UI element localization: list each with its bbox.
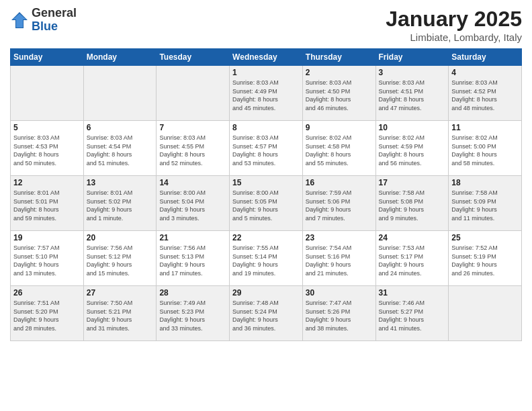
calendar-week-row: 26Sunrise: 7:51 AM Sunset: 5:20 PM Dayli… — [11, 286, 522, 341]
header-monday: Monday — [83, 49, 157, 66]
day-info: Sunrise: 8:01 AM Sunset: 5:02 PM Dayligh… — [87, 189, 154, 222]
table-row: 26Sunrise: 7:51 AM Sunset: 5:20 PM Dayli… — [11, 286, 84, 341]
day-info: Sunrise: 8:03 AM Sunset: 4:49 PM Dayligh… — [232, 79, 300, 112]
table-row: 29Sunrise: 7:48 AM Sunset: 5:24 PM Dayli… — [230, 286, 303, 341]
day-number: 21 — [159, 233, 226, 242]
day-info: Sunrise: 7:46 AM Sunset: 5:27 PM Dayligh… — [379, 299, 446, 332]
table-row — [83, 66, 157, 121]
day-number: 17 — [379, 178, 446, 187]
header: General Blue January 2025 Limbiate, Lomb… — [10, 7, 522, 43]
day-number: 6 — [87, 123, 154, 132]
day-info: Sunrise: 8:02 AM Sunset: 5:00 PM Dayligh… — [451, 134, 519, 167]
table-row: 3Sunrise: 8:03 AM Sunset: 4:51 PM Daylig… — [375, 66, 449, 121]
day-info: Sunrise: 7:55 AM Sunset: 5:14 PM Dayligh… — [232, 244, 300, 277]
day-number: 7 — [159, 123, 226, 132]
day-number: 3 — [379, 68, 446, 77]
day-number: 14 — [159, 178, 226, 187]
table-row: 24Sunrise: 7:53 AM Sunset: 5:17 PM Dayli… — [375, 231, 449, 286]
day-info: Sunrise: 8:00 AM Sunset: 5:04 PM Dayligh… — [159, 189, 226, 222]
calendar-week-row: 12Sunrise: 8:01 AM Sunset: 5:01 PM Dayli… — [11, 176, 522, 231]
day-number: 12 — [13, 178, 81, 187]
table-row: 2Sunrise: 8:03 AM Sunset: 4:50 PM Daylig… — [302, 66, 375, 121]
day-info: Sunrise: 7:58 AM Sunset: 5:08 PM Dayligh… — [379, 189, 446, 222]
day-number: 13 — [87, 178, 154, 187]
table-row: 28Sunrise: 7:49 AM Sunset: 5:23 PM Dayli… — [157, 286, 230, 341]
day-number: 19 — [13, 233, 81, 242]
table-row: 11Sunrise: 8:02 AM Sunset: 5:00 PM Dayli… — [449, 121, 522, 176]
logo-text: General Blue — [32, 7, 77, 34]
header-wednesday: Wednesday — [230, 49, 303, 66]
day-number: 29 — [232, 288, 300, 298]
table-row: 18Sunrise: 7:58 AM Sunset: 5:09 PM Dayli… — [449, 176, 522, 231]
day-info: Sunrise: 8:00 AM Sunset: 5:05 PM Dayligh… — [232, 189, 300, 222]
table-row — [11, 66, 84, 121]
day-info: Sunrise: 7:57 AM Sunset: 5:10 PM Dayligh… — [13, 244, 81, 277]
table-row: 14Sunrise: 8:00 AM Sunset: 5:04 PM Dayli… — [157, 176, 230, 231]
day-info: Sunrise: 8:03 AM Sunset: 4:55 PM Dayligh… — [159, 134, 226, 167]
day-info: Sunrise: 7:58 AM Sunset: 5:09 PM Dayligh… — [451, 189, 519, 222]
table-row: 19Sunrise: 7:57 AM Sunset: 5:10 PM Dayli… — [11, 231, 84, 286]
table-row: 4Sunrise: 8:03 AM Sunset: 4:52 PM Daylig… — [449, 66, 522, 121]
logo-general: General — [32, 7, 77, 20]
header-saturday: Saturday — [449, 49, 522, 66]
day-info: Sunrise: 7:51 AM Sunset: 5:20 PM Dayligh… — [13, 299, 81, 332]
table-row: 13Sunrise: 8:01 AM Sunset: 5:02 PM Dayli… — [83, 176, 157, 231]
day-number: 25 — [451, 233, 519, 242]
title-block: January 2025 Limbiate, Lombardy, Italy — [386, 7, 522, 43]
day-number: 23 — [306, 233, 373, 242]
day-number: 8 — [232, 123, 300, 132]
table-row: 16Sunrise: 7:59 AM Sunset: 5:06 PM Dayli… — [302, 176, 375, 231]
day-number: 1 — [232, 68, 300, 77]
day-number: 22 — [232, 233, 300, 242]
table-row: 6Sunrise: 8:03 AM Sunset: 4:54 PM Daylig… — [83, 121, 157, 176]
table-row: 25Sunrise: 7:52 AM Sunset: 5:19 PM Dayli… — [449, 231, 522, 286]
month-title: January 2025 — [386, 7, 522, 32]
header-sunday: Sunday — [11, 49, 84, 66]
day-info: Sunrise: 7:59 AM Sunset: 5:06 PM Dayligh… — [306, 189, 373, 222]
day-number: 11 — [451, 123, 519, 132]
calendar-week-row: 5Sunrise: 8:03 AM Sunset: 4:53 PM Daylig… — [11, 121, 522, 176]
day-info: Sunrise: 8:03 AM Sunset: 4:54 PM Dayligh… — [87, 134, 154, 167]
day-info: Sunrise: 8:03 AM Sunset: 4:51 PM Dayligh… — [379, 79, 446, 112]
header-tuesday: Tuesday — [157, 49, 230, 66]
page: General Blue January 2025 Limbiate, Lomb… — [0, 0, 532, 411]
table-row: 21Sunrise: 7:56 AM Sunset: 5:13 PM Dayli… — [157, 231, 230, 286]
table-row: 7Sunrise: 8:03 AM Sunset: 4:55 PM Daylig… — [157, 121, 230, 176]
day-number: 16 — [306, 178, 373, 187]
day-info: Sunrise: 7:56 AM Sunset: 5:13 PM Dayligh… — [159, 244, 226, 277]
day-info: Sunrise: 8:03 AM Sunset: 4:53 PM Dayligh… — [13, 134, 81, 167]
svg-marker-1 — [13, 13, 26, 28]
table-row — [449, 286, 522, 341]
day-number: 18 — [451, 178, 519, 187]
table-row: 9Sunrise: 8:02 AM Sunset: 4:58 PM Daylig… — [302, 121, 375, 176]
day-info: Sunrise: 8:03 AM Sunset: 4:50 PM Dayligh… — [306, 79, 373, 112]
table-row: 30Sunrise: 7:47 AM Sunset: 5:26 PM Dayli… — [302, 286, 375, 341]
logo-blue: Blue — [32, 20, 77, 34]
header-friday: Friday — [375, 49, 449, 66]
calendar-week-row: 19Sunrise: 7:57 AM Sunset: 5:10 PM Dayli… — [11, 231, 522, 286]
day-number: 31 — [379, 288, 446, 298]
location: Limbiate, Lombardy, Italy — [386, 32, 522, 43]
table-row — [157, 66, 230, 121]
table-row: 17Sunrise: 7:58 AM Sunset: 5:08 PM Dayli… — [375, 176, 449, 231]
day-info: Sunrise: 7:48 AM Sunset: 5:24 PM Dayligh… — [232, 299, 300, 332]
day-number: 20 — [87, 233, 154, 242]
day-info: Sunrise: 7:50 AM Sunset: 5:21 PM Dayligh… — [87, 299, 154, 332]
day-number: 2 — [306, 68, 373, 77]
day-number: 27 — [87, 288, 154, 298]
day-info: Sunrise: 7:47 AM Sunset: 5:26 PM Dayligh… — [306, 299, 373, 332]
calendar-week-row: 1Sunrise: 8:03 AM Sunset: 4:49 PM Daylig… — [11, 66, 522, 121]
day-number: 26 — [13, 288, 81, 298]
day-info: Sunrise: 8:02 AM Sunset: 4:58 PM Dayligh… — [306, 134, 373, 167]
table-row: 10Sunrise: 8:02 AM Sunset: 4:59 PM Dayli… — [375, 121, 449, 176]
day-number: 24 — [379, 233, 446, 242]
day-number: 15 — [232, 178, 300, 187]
table-row: 12Sunrise: 8:01 AM Sunset: 5:01 PM Dayli… — [11, 176, 84, 231]
header-thursday: Thursday — [302, 49, 375, 66]
day-number: 28 — [159, 288, 226, 298]
day-info: Sunrise: 7:52 AM Sunset: 5:19 PM Dayligh… — [451, 244, 519, 277]
logo-icon — [10, 11, 29, 30]
day-info: Sunrise: 8:01 AM Sunset: 5:01 PM Dayligh… — [13, 189, 81, 222]
table-row: 20Sunrise: 7:56 AM Sunset: 5:12 PM Dayli… — [83, 231, 157, 286]
day-info: Sunrise: 7:56 AM Sunset: 5:12 PM Dayligh… — [87, 244, 154, 277]
